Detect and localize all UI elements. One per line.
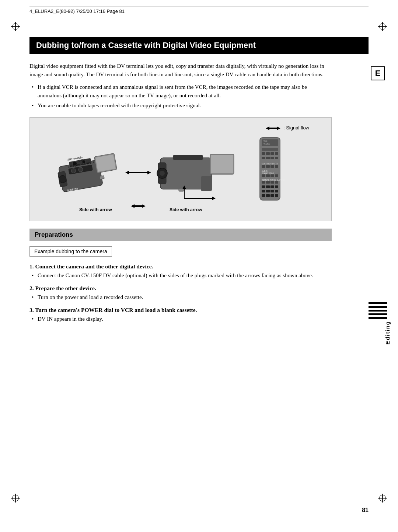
step-3-title: 3. Turn the camera's POWER dial to VCR a… <box>29 307 332 313</box>
reg-cross-br <box>378 494 387 503</box>
svg-marker-33 <box>212 197 216 200</box>
svg-rect-69 <box>270 185 274 188</box>
svg-rect-71 <box>262 190 265 192</box>
step-3-bullet-1: DV IN appears in the display. <box>29 315 332 323</box>
svg-rect-64 <box>266 181 270 184</box>
step-2: 2. Prepare the other device. Turn on the… <box>29 285 332 302</box>
svg-rect-53 <box>266 165 270 168</box>
svg-rect-77 <box>270 194 274 197</box>
signal-flow-arrows-icon <box>266 126 280 131</box>
reg-cross-tr <box>378 22 387 31</box>
step-2-title-text: Prepare the other device. <box>35 285 96 291</box>
svg-rect-18 <box>100 175 104 179</box>
page-number: 81 <box>362 507 369 514</box>
page-title: Dubbing to/from a Cassette with Digital … <box>29 37 369 54</box>
svg-text:DUB RWD PLAY FF: DUB RWD PLAY FF <box>262 163 278 165</box>
svg-marker-20 <box>147 171 151 174</box>
svg-text:PAUSE: PAUSE <box>263 143 270 145</box>
svg-text:Side with arrow: Side with arrow <box>170 207 202 212</box>
svg-rect-68 <box>266 185 270 188</box>
header-bar: 4_ELURA2_E(80-92) 7/25/00 17:16 Page 81 <box>29 7 369 14</box>
step-2-number: 2. <box>29 285 34 291</box>
svg-rect-47 <box>262 157 265 159</box>
diagram-svg: REC PAUSE ON OFF REC SEARCH D EFFECTS (L… <box>42 134 319 215</box>
svg-rect-45 <box>270 152 274 155</box>
svg-rect-61 <box>275 174 278 177</box>
svg-rect-42 <box>262 148 278 151</box>
diagram-svg-container: REC PAUSE ON OFF REC SEARCH D EFFECTS (L… <box>41 134 320 215</box>
svg-text:REC: REC <box>263 140 268 142</box>
step-2-title: 2. Prepare the other device. <box>29 285 332 292</box>
sidebar-line-5 <box>369 317 387 319</box>
svg-marker-21 <box>125 171 129 174</box>
sidebar-e-label: E <box>371 66 385 80</box>
diagram-box: : Signal flow <box>29 117 332 221</box>
intro-bullet-list: If a digital VCR is connected and an ano… <box>29 83 332 110</box>
svg-rect-52 <box>262 165 265 168</box>
svg-rect-60 <box>270 174 274 177</box>
svg-text:REMOTE PAUSE SLOW x2: REMOTE PAUSE SLOW x2 <box>262 179 284 181</box>
svg-rect-76 <box>266 194 270 197</box>
example-dubbing-box: Example dubbing to the camera <box>29 246 112 257</box>
sidebar-editing-label: Editing <box>384 321 391 345</box>
svg-rect-48 <box>266 157 270 159</box>
svg-rect-72 <box>266 190 270 192</box>
signal-flow-label: : Signal flow <box>41 125 309 131</box>
main-content: Dubbing to/from a Cassette with Digital … <box>29 37 369 324</box>
svg-rect-59 <box>266 174 270 177</box>
sidebar-line-3 <box>369 310 387 312</box>
bullet-item-1: If a digital VCR is connected and an ano… <box>29 83 332 100</box>
svg-text:INSERT STOP: INSERT STOP <box>262 172 274 174</box>
reg-cross-tl <box>11 22 20 31</box>
svg-marker-0 <box>266 126 280 130</box>
preparations-header: Preparations <box>29 229 332 241</box>
sidebar-line-4 <box>369 313 387 315</box>
step-1-title-text: Connect the camera and the other digital… <box>35 263 153 270</box>
svg-text:Side with arrow: Side with arrow <box>79 207 112 212</box>
reg-cross-bl <box>11 494 20 503</box>
header-text: 4_ELURA2_E(80-92) 7/25/00 17:16 Page 81 <box>29 8 125 14</box>
step-3-bullets: DV IN appears in the display. <box>29 315 332 323</box>
svg-rect-54 <box>270 165 274 168</box>
step-3-title-text: Turn the camera's POWER dial to VCR and … <box>35 307 197 313</box>
sidebar-lines-decoration <box>369 302 387 319</box>
step-1-bullets: Connect the Canon CV-150F DV cable (opti… <box>29 271 332 280</box>
svg-rect-50 <box>275 157 278 159</box>
svg-rect-70 <box>275 185 278 188</box>
sidebar-line-2 <box>369 306 387 308</box>
page-container: 4_ELURA2_E(80-92) 7/25/00 17:16 Page 81 … <box>0 0 398 532</box>
svg-rect-29 <box>201 176 212 191</box>
svg-rect-66 <box>275 181 278 184</box>
svg-rect-55 <box>275 165 278 168</box>
svg-point-25 <box>160 171 165 176</box>
svg-rect-27 <box>211 155 233 173</box>
svg-rect-65 <box>270 181 274 184</box>
svg-rect-49 <box>270 157 274 159</box>
svg-rect-63 <box>262 181 265 184</box>
svg-rect-44 <box>266 152 270 155</box>
sidebar-line-1 <box>369 302 387 304</box>
svg-rect-46 <box>275 152 278 155</box>
intro-paragraph: Digital video equipment fitted with the … <box>29 62 332 79</box>
step-1-number: 1. <box>29 263 34 270</box>
svg-rect-75 <box>262 194 265 197</box>
step-2-bullets: Turn on the power and load a recorded ca… <box>29 293 332 302</box>
step-1-title: 1. Connect the camera and the other digi… <box>29 263 332 270</box>
svg-marker-35 <box>131 204 146 208</box>
svg-rect-78 <box>275 194 278 197</box>
step-1-bullet-1: Connect the Canon CV-150F DV cable (opti… <box>29 271 332 280</box>
step-3: 3. Turn the camera's POWER dial to VCR a… <box>29 307 332 323</box>
svg-rect-28 <box>173 155 203 160</box>
step-3-number: 3. <box>29 307 34 313</box>
svg-rect-74 <box>275 190 278 192</box>
svg-rect-67 <box>262 185 265 188</box>
svg-rect-43 <box>262 152 265 155</box>
svg-rect-58 <box>262 174 265 177</box>
step-1: 1. Connect the camera and the other digi… <box>29 263 332 280</box>
step-2-bullet-1: Turn on the power and load a recorded ca… <box>29 293 332 302</box>
bullet-item-2: You are unable to dub tapes recorded wit… <box>29 101 332 110</box>
svg-rect-73 <box>270 190 274 192</box>
